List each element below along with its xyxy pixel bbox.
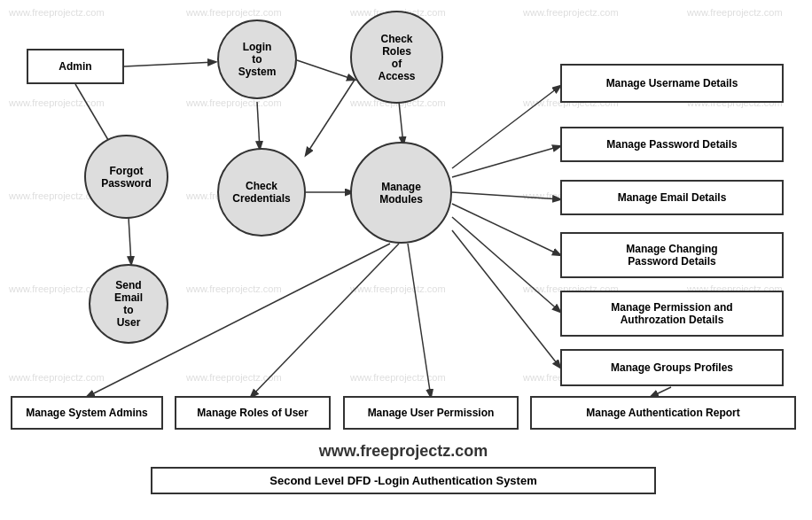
website-label: www.freeprojectz.com: [266, 442, 541, 461]
diagram-container: www.freeprojectz.com www.freeprojectz.co…: [0, 0, 812, 520]
svg-line-10: [452, 204, 560, 255]
watermark-1: www.freeprojectz.com: [9, 7, 105, 18]
manage-username-node: Manage Username Details: [560, 64, 784, 103]
check-roles-node: Check Roles of Access: [350, 11, 443, 104]
watermark-5: www.freeprojectz.com: [687, 7, 783, 18]
watermark-7: www.freeprojectz.com: [186, 97, 282, 108]
svg-line-2: [257, 102, 260, 149]
manage-user-perm-node: Manage User Permission: [343, 396, 519, 430]
manage-groups-node: Manage Groups Profiles: [560, 349, 784, 386]
watermark-18: www.freeprojectz.com: [350, 283, 446, 294]
svg-line-3: [297, 60, 355, 80]
login-node: Login to System: [217, 19, 297, 99]
manage-email-node: Manage Email Details: [560, 180, 784, 215]
check-credentials-node: Check Credentials: [217, 148, 306, 237]
footer-title: Second Level DFD -Login Authentication S…: [151, 467, 656, 494]
watermark-4: www.freeprojectz.com: [523, 7, 619, 18]
manage-changing-node: Manage Changing Password Details: [560, 232, 784, 278]
watermark-2: www.freeprojectz.com: [186, 7, 282, 18]
manage-password-node: Manage Password Details: [560, 127, 784, 162]
svg-line-8: [452, 146, 560, 177]
svg-line-9: [452, 192, 560, 199]
manage-modules-node: Manage Modules: [350, 142, 452, 244]
send-email-node: Send Email to User: [89, 264, 168, 344]
svg-line-0: [124, 62, 215, 66]
svg-line-15: [408, 244, 431, 397]
svg-line-12: [452, 230, 560, 368]
watermark-22: www.freeprojectz.com: [186, 372, 282, 383]
watermark-17: www.freeprojectz.com: [186, 283, 282, 294]
manage-permission-node: Manage Permission and Authrozation Detai…: [560, 291, 784, 337]
svg-line-5: [129, 217, 131, 264]
manage-system-node: Manage System Admins: [11, 396, 163, 430]
svg-line-17: [306, 80, 355, 155]
svg-line-11: [452, 217, 560, 312]
watermark-6: www.freeprojectz.com: [9, 97, 105, 108]
watermark-23: www.freeprojectz.com: [350, 372, 446, 383]
manage-roles-node: Manage Roles of User: [175, 396, 331, 430]
svg-line-14: [251, 244, 399, 397]
admin-node: Admin: [27, 49, 124, 84]
watermark-21: www.freeprojectz.com: [9, 372, 105, 383]
forgot-password-node: Forgot Password: [84, 135, 168, 219]
svg-line-4: [399, 102, 403, 144]
svg-line-7: [452, 86, 560, 168]
manage-auth-node: Manage Authentication Report: [530, 396, 796, 430]
